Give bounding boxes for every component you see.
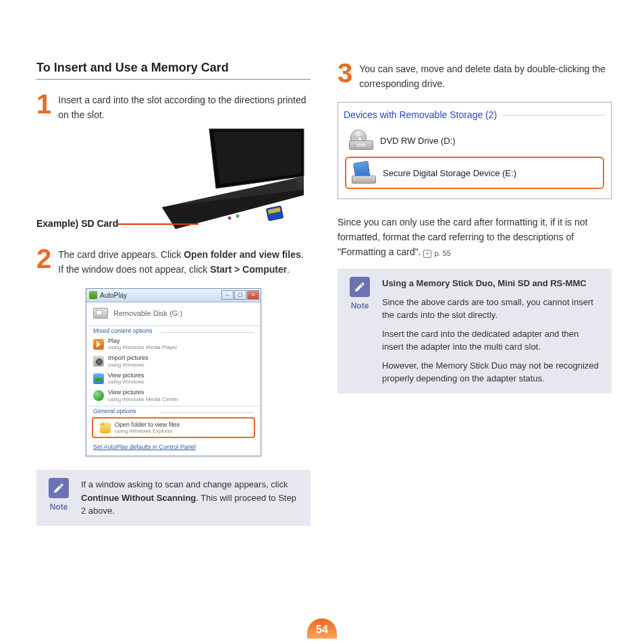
devices-header-text: Devices with Removable Storage (2) [344, 109, 497, 120]
dvd-label: DVD RW Drive (D:) [380, 136, 456, 146]
note-p3: However, the Memory Stick Duo may not be… [382, 359, 602, 385]
play-icon [93, 339, 104, 350]
step-2-text: The card drive appears. Click Open folde… [58, 246, 311, 277]
option-view-pictures-windows[interactable]: View pictures using Windows [86, 370, 261, 387]
opt-open-title: Open folder to view files [115, 421, 180, 428]
pictures-icon [93, 373, 104, 384]
group-mixed-content: Mixed content options [86, 325, 261, 336]
step2-bold1: Open folder and view files [184, 249, 300, 260]
laptop-illustration: Example) SD Card [36, 132, 311, 240]
step-1: 1 Insert a card into the slot according … [36, 92, 311, 122]
formatting-text: Since you can only use the card after fo… [338, 217, 587, 257]
note-pencil-icon [49, 478, 69, 498]
step2-bold2: Start > Computer [210, 264, 287, 275]
note-p2: Insert the card into the dedicated adapt… [382, 327, 602, 354]
removable-disk-icon [93, 308, 108, 319]
sd-device-icon [352, 162, 376, 184]
step-3: 3 You can save, move and delete data by … [338, 61, 612, 91]
opt-view1-title: View pictures [108, 372, 144, 379]
left-column: To Insert and Use a Memory Card 1 Insert… [36, 61, 311, 526]
opt-play-sub: using Windows Media Player [108, 344, 178, 350]
step-number-2: 2 [36, 246, 51, 271]
step-number-1: 1 [36, 92, 51, 116]
note-label: Note [46, 501, 72, 513]
device-sd[interactable]: Secure Digital Storage Device (E:) [346, 158, 603, 188]
laptop-svg [135, 128, 311, 236]
step-number-3: 3 [338, 61, 352, 85]
device-dvd[interactable]: DVD DVD RW Drive (D:) [344, 127, 606, 154]
media-center-icon [93, 390, 104, 401]
opt-play-title: Play [108, 338, 178, 344]
step-1-text: Insert a card into the slot according to… [58, 92, 311, 122]
step2-pre: The card drive appears. Click [58, 249, 184, 260]
page-reference-icon: ≡ [423, 250, 431, 258]
page-reference: ≡ p. 55 [423, 248, 450, 259]
note-body: Using a Memory Stick Duo, Mini SD and RS… [382, 277, 602, 385]
formatting-paragraph: Since you can only use the card after fo… [338, 215, 612, 259]
svg-point-6 [236, 215, 240, 218]
note-body: If a window asking to scan and change ap… [81, 478, 301, 518]
drive-name: Removable Disk (G:) [113, 309, 182, 317]
note-heading: Using a Memory Stick Duo, Mini SD and RS… [382, 277, 602, 290]
drive-header: Removable Disk (G:) [86, 302, 261, 324]
option-open-folder[interactable]: Open folder to view files using Windows … [93, 419, 254, 437]
highlighted-open-folder: Open folder to view files using Windows … [92, 417, 255, 439]
right-column: 3 You can save, move and delete data by … [338, 61, 612, 526]
minimize-button[interactable]: – [221, 290, 234, 300]
callout-line [117, 223, 198, 225]
option-view-pictures-mce[interactable]: View pictures using Windows Media Center [86, 387, 261, 404]
example-sd-card-label: Example) SD Card [36, 218, 118, 229]
page-number-badge: 54 [307, 618, 337, 639]
manual-page: To Insert and Use a Memory Card 1 Insert… [0, 0, 644, 546]
camera-icon [93, 356, 104, 367]
note-bold: Continue Without Scanning [81, 493, 196, 503]
note-pencil-icon [350, 277, 370, 297]
maximize-button[interactable]: ▢ [234, 290, 246, 300]
window-titlebar: AutoPlay – ▢ × [86, 289, 261, 302]
autoplay-app-icon [89, 291, 97, 299]
step-3-text: You can save, move and delete data by do… [359, 61, 612, 91]
autoplay-defaults-link[interactable]: Set AutoPlay defaults in Control Panel [86, 439, 261, 456]
group-general-options: General options [86, 406, 261, 416]
note-p1: Since the above cards are too small, you… [382, 296, 602, 322]
sd-device-highlight: Secure Digital Storage Device (E:) [345, 157, 604, 189]
note-memory-stick: Note Using a Memory Stick Duo, Mini SD a… [338, 269, 612, 394]
option-import-pictures[interactable]: Import pictures using Windows [86, 352, 261, 370]
window-buttons: – ▢ × [221, 290, 259, 300]
section-title: To Insert and Use a Memory Card [36, 61, 311, 80]
opt-view1-sub: using Windows [108, 379, 144, 385]
dvd-badge: DVD [349, 140, 373, 150]
window-title: AutoPlay [100, 292, 127, 299]
dvd-drive-icon: DVD [349, 131, 373, 150]
opt-open-sub: using Windows Explorer [115, 428, 180, 434]
devices-panel: Devices with Removable Storage (2) DVD D… [338, 102, 612, 199]
sd-label: Secure Digital Storage Device (E:) [383, 168, 516, 178]
opt-import-title: Import pictures [108, 354, 149, 361]
devices-header: Devices with Removable Storage (2) [344, 109, 606, 120]
option-play[interactable]: Play using Windows Media Player [86, 336, 261, 353]
devices-header-line [502, 115, 606, 115]
close-button[interactable]: × [247, 290, 259, 300]
page-reference-text: p. 55 [434, 248, 450, 259]
folder-icon [100, 423, 111, 433]
note-label: Note [347, 300, 373, 312]
note-scan-change: Note If a window asking to scan and chan… [36, 470, 311, 526]
opt-import-sub: using Windows [108, 362, 149, 368]
opt-view2-title: View pictures [108, 389, 178, 396]
svg-point-5 [228, 217, 232, 220]
step-2: 2 The card drive appears. Click Open fol… [36, 246, 311, 277]
note-pre: If a window asking to scan and change ap… [81, 479, 288, 489]
step2-post: . [287, 264, 290, 275]
autoplay-window: AutoPlay – ▢ × Removable Disk (G:) Mixed… [86, 288, 261, 457]
opt-view2-sub: using Windows Media Center [108, 396, 178, 402]
